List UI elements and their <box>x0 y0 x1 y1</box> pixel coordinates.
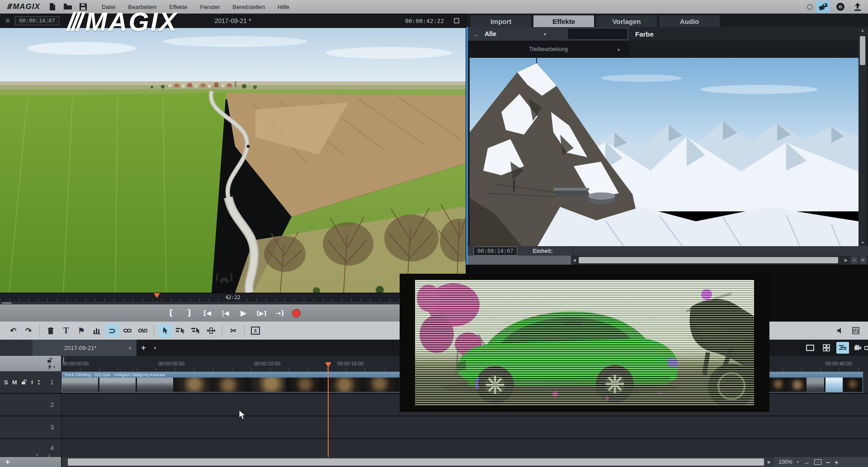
mute-button[interactable]: M <box>12 379 17 386</box>
track-row[interactable]: 3 <box>0 416 868 439</box>
mouse-mode-all-tracks-button[interactable] <box>174 324 187 337</box>
range-out-button[interactable]: ] <box>184 307 195 319</box>
add-track-button[interactable]: + <box>5 458 9 466</box>
monitor-scrubber[interactable]: 42:22 <box>0 293 466 302</box>
group-link-button[interactable] <box>121 324 134 337</box>
zoom-out-button[interactable]: − <box>826 458 830 466</box>
zoom-level-value[interactable]: 100% <box>778 459 793 465</box>
back-arrow-icon[interactable]: ← <box>473 30 480 38</box>
panel-zoom-out-button[interactable]: − <box>851 257 858 264</box>
zoom-dropdown-icon[interactable]: ▾ <box>797 460 799 464</box>
track-lock-icon[interactable] <box>21 379 27 385</box>
effect-horizontal-scrollbar[interactable]: ◀ ▶ − + <box>468 256 868 265</box>
menu-fenster[interactable]: Fenster <box>193 0 226 14</box>
jump-start-button[interactable]: [◀ <box>202 307 213 319</box>
timeline-horizontal-scrollbar[interactable] <box>68 458 764 466</box>
playhead-line[interactable] <box>328 364 329 457</box>
jump-end-button[interactable]: →] <box>274 307 286 319</box>
solo-button[interactable]: S <box>4 379 8 386</box>
marker-button[interactable]: ⚑ <box>75 324 88 337</box>
project-tab[interactable]: 2017-09-21* × <box>33 340 137 356</box>
range-in-button[interactable]: [ <box>165 307 177 319</box>
monitor-timecode-right: 00:00:42:22 <box>405 18 444 24</box>
lightning-icon[interactable] <box>48 364 52 370</box>
ungroup-unlink-button[interactable] <box>136 324 150 337</box>
effect-preview-video[interactable] <box>470 58 859 246</box>
multicam-view-icon[interactable] <box>852 342 864 354</box>
lightning-dropdown-icon[interactable]: ▾ <box>53 365 55 369</box>
cut-scissors-button[interactable]: ✂… <box>226 324 240 337</box>
category-titelbearbeitung[interactable]: Titelbearbeitung ▲ <box>468 41 629 58</box>
tab-effekte[interactable]: Effekte <box>533 15 594 27</box>
unlock-icon[interactable] <box>47 358 53 363</box>
stretch-zoom-icon[interactable]: ↔ <box>803 458 810 466</box>
burn-disc-icon[interactable] <box>834 1 847 13</box>
project-tab-label: 2017-09-21* <box>33 345 128 351</box>
track-row[interactable]: 4 ▾ ≡ <box>0 439 868 457</box>
insert-mode-button[interactable]: ± … <box>249 324 262 337</box>
undo-button[interactable]: ↶… <box>6 324 20 337</box>
tab-close-icon[interactable]: × <box>128 344 132 352</box>
add-track-area[interactable]: + <box>0 457 62 467</box>
tab-import[interactable]: Import <box>471 15 531 27</box>
filter-dropdown-label[interactable]: Alle <box>485 30 496 37</box>
track-number: 3 <box>50 424 54 431</box>
video-clip[interactable] <box>769 372 863 392</box>
add-tab-button[interactable]: + <box>141 343 146 353</box>
menu-bereitstellen[interactable]: Bereitstellen <box>226 0 271 14</box>
scroll-right-icon[interactable]: ▶ <box>844 258 848 262</box>
scroll-left-icon[interactable]: ◀ <box>573 258 576 262</box>
menu-hilfe[interactable]: Hilfe <box>271 0 296 14</box>
play-range-button[interactable]: [▶] <box>256 307 268 319</box>
scrollbar-thumb[interactable] <box>579 257 838 263</box>
track-1-header[interactable]: S M ▲▼ ▼▲ 1 <box>0 371 61 393</box>
object-grouping-icon[interactable] <box>90 324 104 337</box>
stretch-mode-button[interactable]: … <box>204 324 218 337</box>
panel-zoom-in-button[interactable]: + <box>859 257 867 264</box>
effects-filter-bar: ← Alle ▾ <box>468 27 629 41</box>
effect-timecode[interactable]: 00:00:14:07 <box>473 247 517 256</box>
effect-section-title: Farbe <box>635 30 654 38</box>
redo-button[interactable]: ↷… <box>22 324 35 337</box>
scrollbar-thumb[interactable] <box>860 36 865 65</box>
fit-project-icon[interactable]: ▪ <box>814 459 821 465</box>
timeline-view-icon[interactable] <box>836 342 849 354</box>
tab-audio[interactable]: Audio <box>659 15 720 27</box>
mouse-mode-single-track-button[interactable] <box>189 324 203 337</box>
filter-dropdown-icon[interactable]: ▾ <box>544 32 546 37</box>
track-2-header[interactable]: 2 <box>0 394 61 416</box>
audio-volume-icon[interactable]: … <box>834 324 847 337</box>
scroll-right-icon[interactable]: ▶ <box>768 460 771 464</box>
mixer-icon[interactable] <box>849 324 863 337</box>
zoom-in-button[interactable]: + <box>835 458 839 466</box>
view-more-icon[interactable] <box>863 342 868 354</box>
track-3-header[interactable]: 3 <box>0 416 61 438</box>
track-options-icon[interactable]: ▾ <box>36 453 38 457</box>
play-button[interactable]: ▶ <box>238 307 250 319</box>
export-icon[interactable] <box>851 1 864 13</box>
tab-vorlagen[interactable]: Vorlagen <box>596 15 657 27</box>
fullscreen-effect-preview[interactable] <box>400 274 769 412</box>
clip-title-bar <box>769 372 863 378</box>
effects-search-input[interactable] <box>568 29 627 39</box>
collapse-chevron-icon[interactable]: ▲ <box>617 47 621 51</box>
delete-button[interactable] <box>44 324 57 337</box>
mouse-mode-standard-button[interactable] <box>158 324 172 337</box>
title-editor-button[interactable]: T <box>59 324 73 337</box>
monitor-maximize-icon[interactable] <box>454 18 459 23</box>
new-project-icon[interactable] <box>45 1 60 12</box>
video-clip[interactable]: Rock Climbing - 925.mp4 · Helligkeit Sät… <box>62 372 400 392</box>
snap-magnet-button[interactable]: ⊃ <box>105 324 119 337</box>
monitor-view-icon[interactable] <box>804 342 816 354</box>
effect-vertical-scrollbar[interactable]: ▲ ▼ <box>859 27 867 246</box>
prev-frame-button[interactable]: |◀ <box>220 307 231 319</box>
tab-dropdown-icon[interactable]: ▾ <box>154 345 156 351</box>
storyboard-view-icon[interactable] <box>820 342 833 354</box>
edit-mode-icon[interactable] <box>816 1 830 13</box>
track-expand-icon[interactable]: ▲▼ <box>31 380 34 384</box>
track-4-header[interactable]: 4 ▾ ≡ <box>0 439 61 457</box>
monitor-video-frame[interactable] <box>0 28 466 293</box>
track-collapse-icon[interactable]: ▼▲ <box>37 380 40 384</box>
record-button[interactable] <box>292 309 301 318</box>
panel-accent-strip <box>466 27 468 265</box>
